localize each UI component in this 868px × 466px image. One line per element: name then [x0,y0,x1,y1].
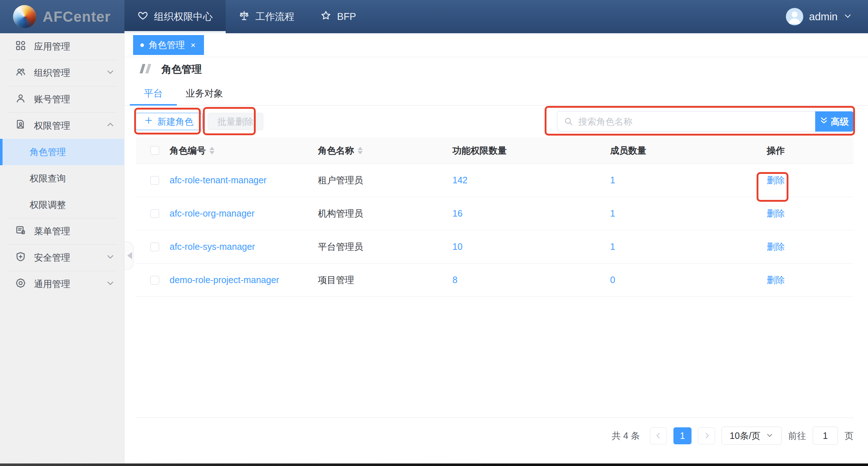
search-input[interactable] [557,111,815,132]
page-size-value: 10条/页 [730,430,761,442]
double-chevron-down-icon [820,116,828,127]
sidebar-item-label: 权限管理 [34,120,98,132]
app-logo-icon [13,5,36,28]
star-icon [320,10,331,23]
sidebar-item-label: 通用管理 [34,278,98,290]
sidebar-collapse-handle[interactable] [124,241,133,270]
advanced-label: 高级 [831,116,849,128]
perm-count-link[interactable]: 10 [452,241,463,252]
page-unit-label: 页 [844,430,854,442]
goto-page-input[interactable] [813,427,838,445]
sidebar-item-label: 权限查询 [30,172,115,184]
perm-count-link[interactable]: 16 [452,208,463,218]
table-header-row: 角色编号 角色名称 功能权限数量 成员数量 操作 [136,137,854,164]
chevron-down-icon [766,431,773,441]
page-size-select[interactable]: 10条/页 [722,427,782,445]
select-all-checkbox[interactable] [150,146,159,155]
tab-chip-label: 角色管理 [149,39,185,51]
sidebar-item-general-management[interactable]: 通用管理 [0,271,124,297]
delete-link[interactable]: 删除 [767,275,785,285]
row-checkbox[interactable] [150,276,159,285]
tab-chip-role-management[interactable]: 角色管理 [133,35,204,55]
user-menu[interactable]: admin [786,0,868,33]
column-header-actions: 操作 [755,145,854,157]
row-checkbox[interactable] [150,243,159,251]
top-navigation: 组织权限中心 工作流程 BFP [124,0,369,33]
sort-toggle[interactable] [358,147,363,154]
row-checkbox[interactable] [150,209,159,218]
tab-label: 平台 [144,87,163,100]
sidebar-item-label: 账号管理 [34,93,115,105]
sidebar-item-app-management[interactable]: 应用管理 [0,33,124,60]
badge-user-icon [15,119,26,132]
member-count-link[interactable]: 1 [610,241,615,252]
nav-tab-workflow[interactable]: 工作流程 [226,0,307,33]
search-icon [563,116,574,128]
sidebar-item-role-management[interactable]: 角色管理 [0,139,124,165]
active-dot-icon [140,43,144,47]
roles-table: 角色编号 角色名称 功能权限数量 成员数量 操作 afc-role-tenant… [136,137,854,297]
role-name-cell: 租户管理员 [318,174,452,186]
content-spacer [125,297,868,418]
main-content: 角色管理 角色管理 平台 业务对象 新建角色 批量删除 [125,33,868,463]
nav-tab-bfp[interactable]: BFP [307,0,369,33]
tab-platform[interactable]: 平台 [130,82,177,105]
plus-icon [144,116,153,127]
sidebar-item-permission-management[interactable]: 权限管理 [0,112,124,139]
prev-page-button[interactable] [650,427,667,444]
sidebar-item-label: 菜单管理 [34,225,115,237]
column-header-role-code: 角色编号 [170,145,206,157]
heart-icon [137,10,148,23]
member-count-link[interactable]: 1 [610,175,615,185]
sidebar-item-label: 安全管理 [34,252,98,264]
scale-icon [239,10,250,23]
nav-tab-org-permission-center[interactable]: 组织权限中心 [124,0,226,33]
tab-label: 业务对象 [186,87,223,100]
perm-count-link[interactable]: 8 [452,275,458,285]
member-count-link[interactable]: 0 [610,275,615,285]
sidebar-item-security-management[interactable]: 安全管理 [0,244,124,271]
role-name-cell: 平台管理员 [318,241,452,253]
avatar [786,8,803,25]
brand-logo-area: AFCenter [0,0,124,33]
username-label: admin [809,11,838,23]
next-page-button[interactable] [698,427,715,444]
shield-plus-icon [15,251,26,264]
row-checkbox[interactable] [150,176,159,185]
delete-link[interactable]: 删除 [767,241,785,252]
sidebar-item-account-management[interactable]: 账号管理 [0,86,124,112]
close-icon[interactable] [190,42,197,49]
tab-business-object[interactable]: 业务对象 [177,82,232,105]
chevron-down-icon [106,279,115,290]
table-row: demo-role-project-manager 项目管理 8 0 删除 [136,264,854,297]
sidebar-item-label: 权限调整 [30,199,115,211]
page-header: 角色管理 [125,57,868,82]
role-code-link[interactable]: demo-role-project-manager [170,275,279,285]
delete-link[interactable]: 删除 [767,208,785,218]
sidebar-item-menu-management[interactable]: 菜单管理 [0,218,124,244]
batch-delete-button[interactable]: 批量删除 [208,113,263,130]
brand-name: AFCenter [43,9,111,25]
sidebar-item-label: 组织管理 [34,67,98,79]
sidebar-item-permission-adjust[interactable]: 权限调整 [0,192,124,218]
role-code-link[interactable]: afc-role-org-manager [170,208,255,219]
table-row: afc-role-org-manager 机构管理员 16 1 删除 [136,197,854,230]
role-code-link[interactable]: afc-role-tenant-manager [170,175,267,185]
advanced-search-button[interactable]: 高级 [815,111,854,132]
role-code-link[interactable]: afc-role-sys-manager [170,241,255,252]
sidebar-item-label: 角色管理 [30,146,115,158]
sort-toggle[interactable] [209,147,214,154]
pagination: 共 4 条 1 10条/页 前往 页 [136,418,854,445]
delete-link[interactable]: 删除 [767,175,785,185]
member-count-link[interactable]: 1 [610,208,615,218]
perm-count-link[interactable]: 142 [452,175,468,185]
create-role-button[interactable]: 新建角色 [135,113,203,130]
window-bottom-edge [0,463,868,466]
user-icon [15,93,26,106]
topbar: AFCenter 组织权限中心 工作流程 BFP admin [0,0,868,33]
table-row: afc-role-sys-manager 平台管理员 10 1 删除 [136,230,854,264]
sidebar-item-org-management[interactable]: 组织管理 [0,60,124,86]
sidebar-item-permission-query[interactable]: 权限查询 [0,165,124,192]
page-number-button[interactable]: 1 [673,427,692,444]
role-name-cell: 机构管理员 [318,208,452,219]
